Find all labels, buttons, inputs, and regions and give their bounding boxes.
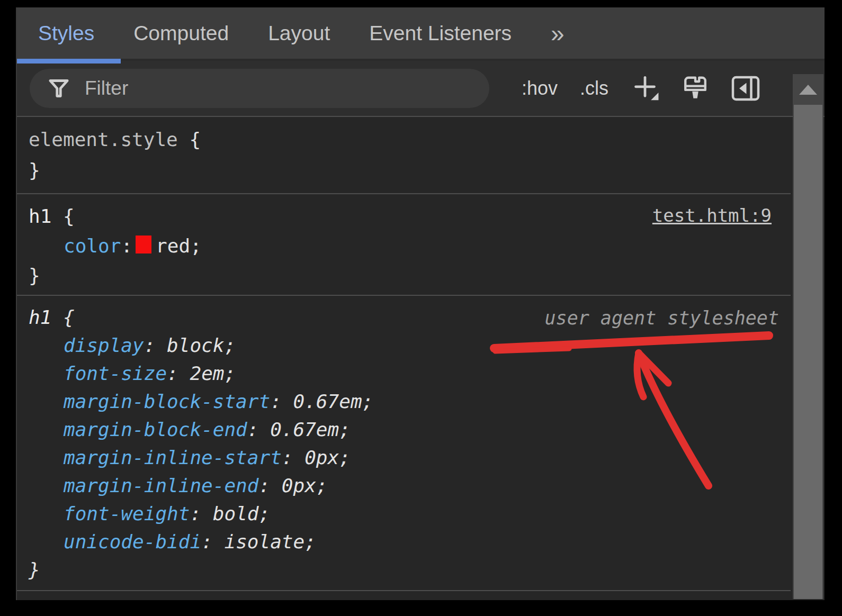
tab-computed[interactable]: Computed	[133, 22, 229, 45]
toggle-sidebar-icon	[731, 75, 760, 102]
brush-icon	[682, 75, 709, 102]
declaration-font-weight[interactable]: font-weight: bold;	[29, 500, 791, 528]
new-style-rule-button[interactable]	[631, 74, 659, 103]
source-link[interactable]: test.html:9	[652, 201, 772, 230]
filter-placeholder: Filter	[85, 77, 128, 99]
tab-event-listeners[interactable]: Event Listeners	[369, 22, 512, 45]
scroll-up-button[interactable]	[793, 74, 823, 105]
declaration-font-size[interactable]: font-size: 2em;	[29, 359, 791, 387]
new-style-rule-plus-icon	[631, 74, 659, 103]
styles-toolbar: Filter :hov .cls	[17, 61, 825, 117]
toggle-hover-state-button[interactable]: :hov	[522, 77, 558, 99]
tab-layout[interactable]: Layout	[268, 22, 330, 45]
toggle-computed-sidebar-button[interactable]	[731, 75, 760, 102]
filter-funnel-icon	[48, 77, 70, 99]
rule-h1-authored[interactable]: test.html:9 h1 { color:red; }	[17, 194, 791, 296]
tab-styles[interactable]: Styles	[38, 22, 94, 45]
declaration-margin-inline-start[interactable]: margin-inline-start: 0px;	[29, 443, 791, 472]
declaration-display[interactable]: display: block;	[29, 331, 791, 359]
filter-input[interactable]: Filter	[30, 69, 489, 108]
declaration-margin-block-end[interactable]: margin-block-end: 0.67em;	[29, 415, 791, 443]
selector: element.style	[29, 129, 178, 150]
active-tab-indicator	[17, 59, 121, 64]
devtools-tab-bar: Styles Computed Layout Event Listeners »	[17, 7, 825, 61]
declaration-color[interactable]: color:red;	[29, 231, 791, 261]
rule-h1-user-agent[interactable]: user agent stylesheet h1 { display: bloc…	[17, 296, 791, 591]
declaration-margin-inline-end[interactable]: margin-inline-end: 0px;	[29, 472, 791, 500]
declaration-margin-block-start[interactable]: margin-block-start: 0.67em;	[29, 387, 791, 415]
color-swatch[interactable]	[136, 235, 151, 253]
rules-list: element.style { } test.html:9 h1 { color…	[17, 117, 791, 600]
rule-element-style[interactable]: element.style { }	[17, 117, 791, 194]
styles-panel: Styles Computed Layout Event Listeners »…	[16, 7, 825, 600]
selector: h1	[29, 306, 51, 328]
scroll-up-arrow-icon	[799, 85, 817, 95]
declaration-unicode-bidi[interactable]: unicode-bidi: isolate;	[29, 528, 791, 556]
more-tabs-chevron-icon[interactable]: »	[551, 19, 562, 48]
toggle-element-classes-button[interactable]: .cls	[580, 77, 608, 99]
vertical-scrollbar[interactable]	[793, 74, 823, 599]
rendering-emulation-button[interactable]	[682, 75, 709, 102]
scrollbar-thumb[interactable]	[794, 105, 822, 599]
selector: h1	[29, 205, 51, 227]
origin-note: user agent stylesheet	[544, 304, 779, 332]
